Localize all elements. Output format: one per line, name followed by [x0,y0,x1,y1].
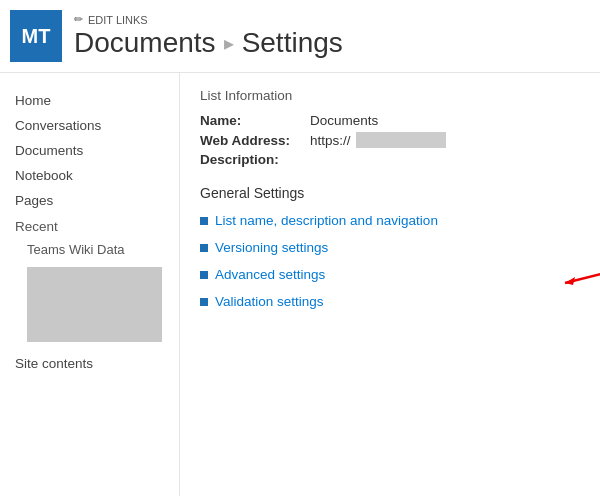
versioning-link-label: Versioning settings [215,240,328,255]
sidebar-item-notebook[interactable]: Notebook [15,163,179,188]
sidebar-item-home[interactable]: Home [15,88,179,113]
title-separator: ▸ [224,32,234,54]
main-layout: Home Conversations Documents Notebook Pa… [0,73,600,496]
bullet-icon-2 [200,244,208,252]
list-name-link-label: List name, description and navigation [215,213,438,228]
advanced-link-label: Advanced settings [215,267,325,282]
validation-link[interactable]: Validation settings [200,294,580,309]
sidebar-item-site-contents[interactable]: Site contents [15,350,179,377]
name-value: Documents [310,113,378,128]
title-part2: Settings [242,28,343,59]
settings-links-container: List name, description and navigation Ve… [200,213,580,309]
info-row-description: Description: [200,152,580,167]
versioning-link[interactable]: Versioning settings [200,240,580,255]
page-title: Documents ▸ Settings [74,28,343,59]
header: MT ✏ EDIT LINKS Documents ▸ Settings [0,0,600,73]
name-label: Name: [200,113,310,128]
advanced-link[interactable]: Advanced settings [200,267,580,282]
list-info-table: Name: Documents Web Address: https:// De… [200,113,580,167]
info-row-web-address: Web Address: https:// [200,132,580,148]
site-logo: MT [10,10,62,62]
web-address-value: https:// [310,132,446,148]
info-row-name: Name: Documents [200,113,580,128]
svg-line-0 [565,268,600,283]
sidebar-thumbnail [27,267,162,342]
sidebar: Home Conversations Documents Notebook Pa… [0,73,180,496]
pencil-icon: ✏ [74,13,83,26]
sidebar-item-recent: Recent [15,213,179,238]
sidebar-item-pages[interactable]: Pages [15,188,179,213]
logo-text: MT [22,25,51,48]
title-part1: Documents [74,28,216,59]
web-address-label: Web Address: [200,133,310,148]
bullet-icon-1 [200,217,208,225]
edit-links-label[interactable]: EDIT LINKS [88,14,148,26]
blurred-url [356,132,446,148]
sidebar-item-documents[interactable]: Documents [15,138,179,163]
content-area: List Information Name: Documents Web Add… [180,73,600,496]
description-label: Description: [200,152,310,167]
arrow-annotation [555,263,600,296]
list-info-title: List Information [200,88,580,103]
edit-links-row: ✏ EDIT LINKS [74,13,343,26]
sidebar-item-conversations[interactable]: Conversations [15,113,179,138]
validation-link-label: Validation settings [215,294,324,309]
general-settings-title: General Settings [200,185,580,201]
sidebar-recent-item[interactable]: Teams Wiki Data [15,238,179,261]
web-address-text: https:// [310,133,351,148]
bullet-icon-4 [200,298,208,306]
list-name-link[interactable]: List name, description and navigation [200,213,580,228]
bullet-icon-3 [200,271,208,279]
svg-marker-1 [565,277,575,285]
title-area: ✏ EDIT LINKS Documents ▸ Settings [74,13,343,59]
